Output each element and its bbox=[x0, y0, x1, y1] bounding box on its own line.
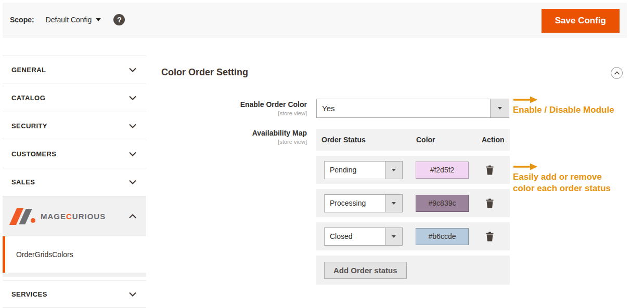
sidebar-item-label: SECURITY bbox=[11, 122, 47, 130]
select-caret-button bbox=[385, 228, 402, 245]
delete-row-button[interactable] bbox=[485, 232, 494, 242]
group-footer bbox=[3, 273, 146, 277]
table-footer-row: Add Order status bbox=[316, 256, 510, 285]
sidebar-item-label: CUSTOMERS bbox=[11, 150, 56, 158]
column-header-color: Color bbox=[416, 136, 482, 144]
magecurious-brand-text: MAGECURIOUS bbox=[41, 212, 106, 221]
order-status-select[interactable]: Processing bbox=[324, 194, 403, 212]
sidebar-item-customers[interactable]: CUSTOMERS bbox=[3, 140, 146, 168]
caret-down-icon bbox=[392, 202, 396, 205]
config-sidebar: GENERAL CATALOG SECURITY CUSTOMERS SALES… bbox=[3, 56, 146, 308]
chevron-up-icon bbox=[128, 214, 137, 219]
help-icon[interactable]: ? bbox=[113, 14, 125, 25]
chevron-down-icon bbox=[128, 152, 137, 156]
sidebar-item-label: CATALOG bbox=[11, 94, 45, 102]
order-status-select[interactable]: Closed bbox=[324, 227, 403, 246]
sidebar-item-label: SERVICES bbox=[11, 290, 47, 298]
chevron-down-icon bbox=[128, 68, 137, 72]
delete-row-button[interactable] bbox=[485, 198, 494, 208]
save-config-button[interactable]: Save Config bbox=[542, 9, 620, 33]
chevron-up-icon bbox=[614, 71, 620, 75]
scope-label: Scope: bbox=[10, 16, 34, 24]
column-header-action: Action bbox=[482, 136, 510, 144]
select-value: Yes bbox=[317, 99, 509, 117]
sidebar-item-magecurious[interactable]: MAGECURIOUS bbox=[3, 196, 146, 236]
select-caret-button bbox=[490, 99, 509, 117]
caret-down-icon bbox=[392, 235, 396, 238]
delete-row-button[interactable] bbox=[485, 165, 494, 175]
sidebar-item-security[interactable]: SECURITY bbox=[3, 112, 146, 140]
chevron-down-icon bbox=[128, 292, 137, 297]
color-value-input[interactable]: #f2d5f2 bbox=[416, 162, 469, 179]
availability-map-label: Availability Map [store view] bbox=[160, 129, 307, 145]
trash-icon bbox=[485, 165, 494, 175]
scope-selector[interactable]: Default Config bbox=[46, 16, 101, 24]
enable-order-color-select[interactable]: Yes bbox=[316, 99, 509, 118]
sidebar-item-services[interactable]: SERVICES bbox=[3, 280, 146, 308]
sidebar-item-label: SALES bbox=[11, 178, 35, 186]
config-page: Scope: Default Config ? Save Config GENE… bbox=[0, 0, 644, 308]
annotation-add-remove-color: Easily add or remove color each order st… bbox=[513, 163, 611, 194]
add-order-status-button[interactable]: Add Order status bbox=[324, 262, 407, 279]
trash-icon bbox=[485, 198, 494, 208]
caret-down-icon bbox=[498, 107, 502, 110]
collapse-section-button[interactable] bbox=[611, 67, 623, 79]
color-value-input[interactable]: #b6ccde bbox=[416, 228, 469, 245]
enable-order-color-label: Enable Order Color [store view] bbox=[160, 100, 307, 116]
field-label-text: Availability Map bbox=[160, 129, 307, 137]
scope-value: Default Config bbox=[46, 16, 92, 24]
section-title: Color Order Setting bbox=[161, 67, 248, 78]
annotation-text: Enable / Disable Module bbox=[513, 104, 614, 115]
sidebar-item-catalog[interactable]: CATALOG bbox=[3, 84, 146, 112]
chevron-down-icon bbox=[128, 96, 137, 100]
chevron-down-icon bbox=[128, 180, 137, 184]
sidebar-item-label: GENERAL bbox=[11, 66, 46, 74]
field-label-text: Enable Order Color bbox=[160, 100, 307, 109]
sidebar-item-ordergridscolors[interactable]: OrderGridsColors bbox=[3, 236, 146, 273]
availability-map-table: Order Status Color Action Pending #f2d5f… bbox=[316, 129, 510, 285]
magecurious-logo-icon: MAGECURIOUS bbox=[13, 208, 106, 225]
annotation-text: color each order status bbox=[513, 183, 611, 194]
caret-down-icon bbox=[96, 18, 101, 21]
sidebar-group-magecurious: MAGECURIOUS OrderGridsColors bbox=[3, 196, 146, 277]
chevron-down-icon bbox=[128, 124, 137, 128]
sidebar-item-sales[interactable]: SALES bbox=[3, 168, 146, 196]
scope-toolbar: Scope: Default Config ? Save Config bbox=[3, 3, 627, 37]
select-caret-button bbox=[385, 195, 402, 212]
table-row: Pending #f2d5f2 bbox=[316, 156, 510, 184]
table-row: Closed #b6ccde bbox=[316, 222, 510, 250]
table-row: Processing #9c839c bbox=[316, 189, 510, 217]
select-caret-button bbox=[385, 162, 402, 179]
active-item-label: OrderGridsColors bbox=[16, 250, 73, 259]
field-scope-note: [store view] bbox=[160, 139, 307, 145]
field-scope-note: [store view] bbox=[160, 110, 307, 116]
arrow-right-icon bbox=[513, 163, 538, 171]
trash-icon bbox=[485, 232, 494, 242]
table-header-row: Order Status Color Action bbox=[316, 129, 510, 151]
order-status-select[interactable]: Pending bbox=[324, 161, 403, 179]
annotation-text: Easily add or remove bbox=[513, 171, 611, 182]
caret-down-icon bbox=[392, 169, 396, 171]
arrow-right-icon bbox=[513, 96, 538, 104]
annotation-enable-module: Enable / Disable Module bbox=[513, 96, 614, 115]
column-header-order-status: Order Status bbox=[321, 136, 416, 144]
color-value-input[interactable]: #9c839c bbox=[416, 195, 469, 212]
sidebar-item-general[interactable]: GENERAL bbox=[3, 56, 146, 84]
